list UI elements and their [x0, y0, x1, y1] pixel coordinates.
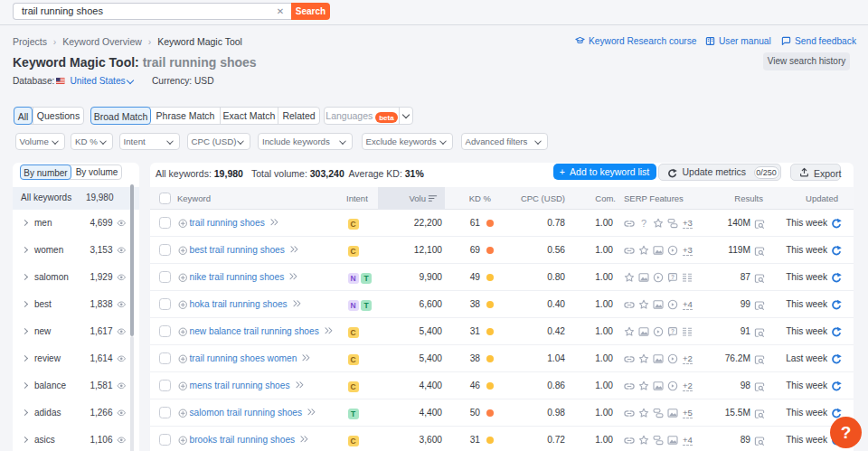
svg-text:?: ?	[671, 328, 675, 334]
svg-text:?: ?	[641, 218, 646, 229]
svg-text:?: ?	[671, 274, 675, 280]
